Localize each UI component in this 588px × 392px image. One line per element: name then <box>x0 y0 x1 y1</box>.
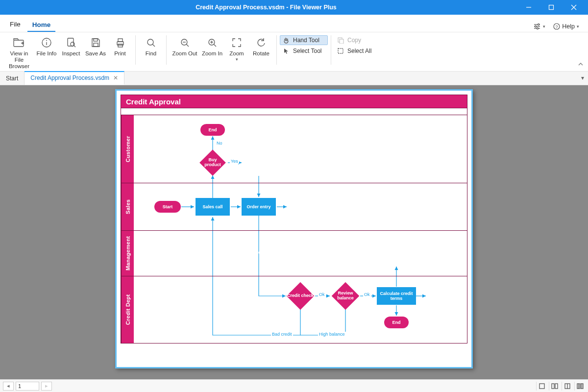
settings-button[interactable]: ▾ <box>529 21 549 32</box>
svg-point-8 <box>535 25 537 27</box>
rotate-button[interactable]: Rotate <box>249 35 273 57</box>
lane-label: Management <box>121 231 134 276</box>
tool-label: Copy <box>347 37 361 44</box>
shape-label: Credit check <box>286 283 315 309</box>
ribbon: View in File Browser File Info Inspect S… <box>0 32 588 72</box>
tab-start[interactable]: Start <box>0 72 24 85</box>
select-all-icon <box>337 48 344 54</box>
hand-icon <box>283 37 290 44</box>
svg-rect-34 <box>340 39 343 44</box>
tab-menu-button[interactable]: ▾ <box>581 74 584 81</box>
shape-order-entry: Order entry <box>242 198 276 216</box>
rotate-icon <box>256 36 267 49</box>
print-icon <box>115 36 125 49</box>
svg-rect-58 <box>555 384 558 389</box>
next-page-button[interactable]: ▸ <box>41 382 52 391</box>
menu-home[interactable]: Home <box>27 18 56 32</box>
find-button[interactable]: Find <box>139 35 163 57</box>
lane-sales: Sales <box>121 183 467 230</box>
edge-ok-1: Ok <box>318 292 326 297</box>
document-tabs: Start Credit Approval Process.vsdm ✕ ▾ <box>0 72 588 85</box>
tool-label: Rotate <box>253 50 270 57</box>
select-tool-button[interactable]: Select Tool <box>280 46 328 56</box>
separator <box>331 35 331 65</box>
settings-icon <box>533 23 541 30</box>
tab-label: Start <box>6 75 18 82</box>
tool-label: File Info <box>37 50 57 57</box>
minimize-button[interactable] <box>517 0 540 15</box>
svg-rect-57 <box>552 384 554 389</box>
svg-rect-35 <box>338 49 343 53</box>
print-button[interactable]: Print <box>108 35 132 57</box>
maximize-button[interactable] <box>540 0 563 15</box>
separator <box>276 35 277 65</box>
edge-yes: Yes <box>230 159 239 164</box>
save-icon <box>90 36 101 49</box>
svg-point-9 <box>537 27 539 29</box>
shape-label: Review balance <box>331 283 360 309</box>
help-button[interactable]: ? Help ▾ <box>549 21 583 32</box>
hand-tool-button[interactable]: Hand Tool <box>280 35 328 45</box>
edge-high-balance: High balance <box>318 332 346 337</box>
zoom-in-button[interactable]: Zoom In <box>200 35 224 57</box>
view-mode-1-button[interactable] <box>536 382 547 391</box>
svg-point-24 <box>147 39 153 45</box>
svg-text:?: ? <box>556 24 558 29</box>
shape-label: Credit criteria <box>245 250 273 255</box>
shape-order-form: Order form <box>288 196 320 219</box>
inspect-button[interactable]: Inspect <box>59 35 83 57</box>
canvas[interactable]: Credit Approval Customer <box>0 85 588 379</box>
copy-icon <box>337 37 344 44</box>
shape-start: Start <box>154 201 181 213</box>
save-as-button[interactable]: Save As <box>83 35 108 57</box>
statusbar: ◂ 1 ▸ <box>0 379 588 392</box>
collapse-ribbon-button[interactable] <box>577 61 584 69</box>
lane-label: Customer <box>121 115 134 183</box>
titlebar: Credit Approval Process.vsdm - File View… <box>0 0 588 15</box>
zoom-out-icon <box>179 36 190 49</box>
lane-label: Sales <box>121 183 134 230</box>
lane-customer: Customer End <box>121 115 467 183</box>
swimlanes: Customer End <box>121 115 467 343</box>
zoom-out-button[interactable]: Zoom Out <box>170 35 200 57</box>
tab-document[interactable]: Credit Approval Process.vsdm ✕ <box>24 71 124 85</box>
shape-label: Terms approved <box>433 290 453 300</box>
page-number: 1 <box>18 383 21 389</box>
file-info-button[interactable]: File Info <box>34 35 59 57</box>
tool-label: View in File Browser <box>5 50 33 70</box>
select-all-button[interactable]: Select All <box>334 46 382 56</box>
svg-point-15 <box>46 40 47 41</box>
svg-rect-19 <box>94 39 98 41</box>
zoom-in-icon <box>207 36 218 49</box>
edge-no: No <box>216 141 223 146</box>
svg-rect-23 <box>118 44 122 47</box>
view-in-file-browser-button[interactable]: View in File Browser <box>4 35 34 70</box>
prev-page-button[interactable]: ◂ <box>3 382 14 391</box>
tool-label: Zoom <box>229 50 244 57</box>
zoom-button[interactable]: Zoom ▾ <box>224 35 249 62</box>
page-number-field[interactable]: 1 <box>16 382 39 391</box>
shape-calculate-credit-terms: Calculate credit terms <box>377 287 416 305</box>
view-mode-4-button[interactable] <box>574 382 585 391</box>
folder-arrow-icon <box>13 36 25 49</box>
shape-label: Order form <box>292 204 315 209</box>
menu-file[interactable]: File <box>5 18 25 32</box>
shape-terms-approved: Terms approved <box>427 284 459 308</box>
svg-rect-56 <box>539 384 544 389</box>
tool-label: Find <box>146 50 156 57</box>
view-mode-3-button[interactable] <box>562 382 572 391</box>
shape-label: Credit form <box>247 160 271 165</box>
svg-point-7 <box>538 24 539 25</box>
copy-button[interactable]: Copy <box>334 35 382 45</box>
tab-label: Credit Approval Process.vsdm <box>30 74 109 81</box>
chevron-down-icon: ▾ <box>577 24 579 29</box>
close-button[interactable] <box>563 0 585 15</box>
close-tab-button[interactable]: ✕ <box>113 74 118 81</box>
edge-bad-credit: Bad credit <box>271 332 293 337</box>
tool-label: Print <box>114 50 126 57</box>
shape-label: Credit issued report <box>382 248 410 258</box>
diagram-title: Credit Approval <box>121 95 467 108</box>
view-mode-2-button[interactable] <box>549 382 560 391</box>
window-controls <box>517 0 585 15</box>
zoom-fit-icon <box>231 36 242 49</box>
